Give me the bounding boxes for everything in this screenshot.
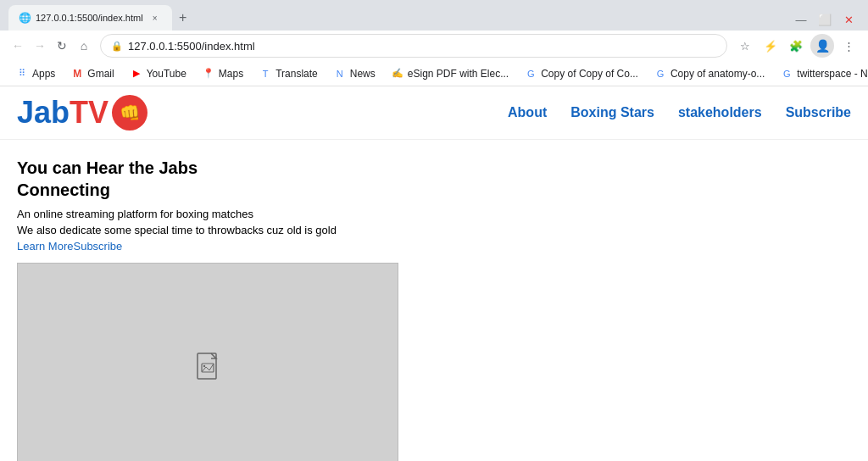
nav-stakeholders[interactable]: stakeholders [678, 105, 762, 120]
bookmark-news[interactable]: N News [326, 64, 382, 83]
media-placeholder [17, 263, 398, 461]
logo-tv: TV [70, 95, 108, 130]
svg-line-3 [206, 367, 209, 370]
broken-image-icon [194, 353, 221, 383]
hero-desc2: We also dedicate some special time to th… [17, 224, 851, 236]
nav-about[interactable]: About [508, 105, 547, 120]
logo-text: JabTV [17, 95, 108, 131]
tab-label: 127.0.0.1:5500/index.html [36, 13, 143, 23]
bookmark-apps[interactable]: ⠿ Apps [8, 64, 62, 83]
bookmark-gmail[interactable]: M Gmail [64, 64, 120, 83]
new-tab-button[interactable]: + [172, 7, 194, 29]
hero-title: You can Hear the Jabs Connecting [17, 157, 851, 201]
bookmark-copy2-label: Copy of anatomy-o... [670, 68, 765, 80]
hero-desc1: An online streaming platform for boxing … [17, 208, 851, 220]
bookmark-copy1-label: Copy of Copy of Co... [541, 68, 638, 80]
apps-icon: ⠿ [15, 67, 29, 81]
bookmark-translate-label: Translate [275, 68, 318, 80]
maximize-button[interactable]: ⬜ [814, 8, 836, 31]
site-header: JabTV 👊 About Boxing Stars stakeholders … [0, 86, 868, 140]
bookmark-maps[interactable]: 📍 Maps [195, 64, 250, 83]
extensions-button[interactable]: 🧩 [785, 35, 807, 57]
bookmark-youtube[interactable]: ▶ YouTube [123, 64, 193, 83]
browser-window: 🌐 127.0.0.1:5500/index.html × + — ⬜ ✕ ← … [0, 0, 868, 461]
svg-rect-1 [202, 364, 214, 372]
profile-button[interactable]: 👤 [810, 34, 834, 58]
broken-image-svg [194, 353, 221, 383]
site-nav: About Boxing Stars stakeholders Subscrib… [508, 105, 851, 120]
bookmark-copy1[interactable]: G Copy of Copy of Co... [517, 64, 645, 83]
bookmark-apps-label: Apps [32, 68, 55, 80]
nav-boxing-stars[interactable]: Boxing Stars [570, 105, 654, 120]
bookmark-esign-label: eSign PDF with Elec... [408, 68, 509, 80]
address-bar[interactable]: 🔒 127.0.0.1:5500/index.html [100, 34, 727, 58]
bookmark-news-label: News [350, 68, 376, 80]
tab-favicon: 🌐 [19, 12, 31, 24]
refresh-button[interactable]: ↻ [53, 36, 71, 55]
learn-more-link[interactable]: Learn More [17, 240, 73, 253]
forward-button[interactable]: → [31, 36, 49, 55]
active-tab[interactable]: 🌐 127.0.0.1:5500/index.html × [8, 5, 172, 31]
hero-section: You can Hear the Jabs Connecting An onli… [0, 140, 868, 461]
bookmark-copy2[interactable]: G Copy of anatomy-o... [647, 64, 771, 83]
close-window-button[interactable]: ✕ [837, 8, 860, 31]
hero-links: Learn More Subscribe [17, 240, 851, 253]
copy1-icon: G [524, 67, 537, 81]
svg-point-5 [203, 365, 205, 367]
translate-icon: T [259, 67, 272, 81]
gmail-icon: M [70, 67, 84, 81]
lock-icon: 🔒 [111, 41, 123, 52]
copy2-icon: G [654, 67, 667, 81]
logo-jab: Jab [17, 95, 70, 130]
youtube-icon: ▶ [130, 67, 143, 81]
browser-top-bar: ← → ↻ ⌂ 🔒 127.0.0.1:5500/index.html ☆ ⚡ … [0, 31, 868, 61]
tabs-strip: 🌐 127.0.0.1:5500/index.html × + — ⬜ ✕ [0, 0, 868, 31]
svg-line-2 [202, 367, 206, 372]
bookmarks-bar: ⠿ Apps M Gmail ▶ YouTube 📍 Maps T Transl… [0, 61, 868, 86]
bookmark-maps-label: Maps [219, 68, 243, 80]
nav-subscribe[interactable]: Subscribe [786, 105, 851, 120]
back-button[interactable]: ← [8, 36, 27, 55]
bookmark-translate[interactable]: T Translate [252, 64, 325, 83]
menu-button[interactable]: ⋮ [837, 35, 860, 57]
logo-icon: 👊 [112, 95, 147, 131]
address-url: 127.0.0.1:5500/index.html [128, 40, 716, 53]
boxing-glove-icon: 👊 [120, 103, 141, 123]
subscribe-link[interactable]: Subscribe [73, 240, 122, 253]
minimize-button[interactable]: — [790, 8, 812, 31]
esign-icon: ✍ [391, 67, 404, 81]
bookmark-youtube-label: YouTube [147, 68, 186, 80]
browser-actions: ☆ ⚡ 🧩 👤 ⋮ [734, 34, 860, 58]
news-icon: N [333, 67, 347, 81]
bookmark-twitter-label: twitterspace - New... [797, 68, 868, 80]
bookmark-star-button[interactable]: ☆ [734, 35, 756, 57]
website-content: JabTV 👊 About Boxing Stars stakeholders … [0, 86, 868, 461]
tab-close-button[interactable]: × [148, 11, 162, 25]
svg-line-4 [209, 364, 214, 370]
twitter-icon: G [780, 67, 793, 81]
hero-title-line1: You can Hear the Jabs [17, 157, 851, 179]
performance-button[interactable]: ⚡ [760, 35, 782, 57]
maps-icon: 📍 [202, 67, 215, 81]
bookmark-gmail-label: Gmail [87, 68, 114, 80]
site-logo: JabTV 👊 [17, 95, 147, 131]
home-button[interactable]: ⌂ [75, 36, 93, 55]
bookmark-esign[interactable]: ✍ eSign PDF with Elec... [384, 64, 515, 83]
tabs-right-actions: — ⬜ ✕ [790, 8, 860, 31]
bookmark-twitter[interactable]: G twitterspace - New... [773, 64, 868, 83]
hero-title-line2: Connecting [17, 179, 851, 201]
nav-buttons: ← → ↻ ⌂ [8, 36, 93, 55]
